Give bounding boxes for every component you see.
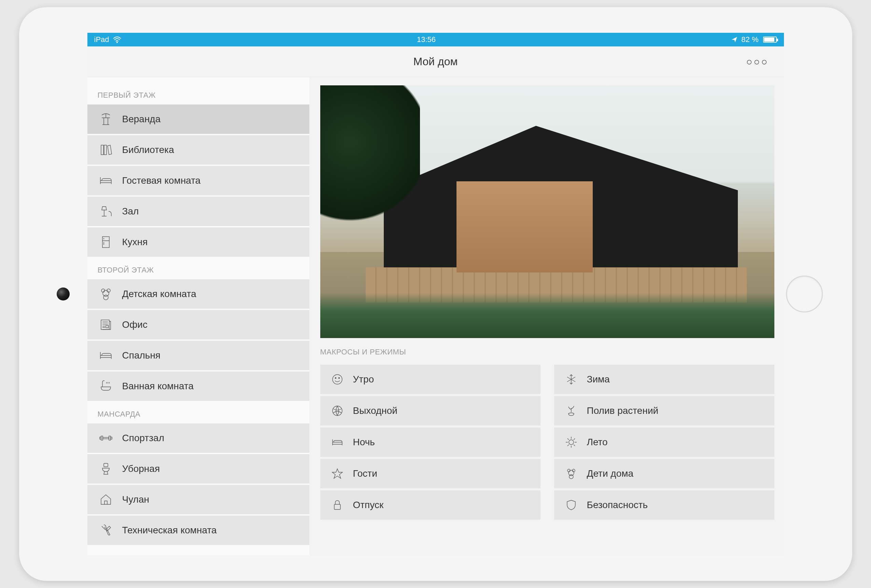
sidebar-item-label: Уборная: [122, 463, 160, 474]
sidebar-item-label: Детская комната: [122, 289, 196, 299]
snow-icon: [564, 372, 579, 387]
macro-winter[interactable]: Зима: [554, 365, 774, 394]
lamp-icon: [98, 203, 114, 220]
svg-rect-9: [106, 325, 108, 328]
macro-watering[interactable]: Полив растений: [554, 396, 774, 425]
device-label: iPad: [94, 35, 109, 44]
sidebar-item-label: Чулан: [122, 494, 149, 505]
veranda-icon: [98, 111, 114, 127]
macro-morning[interactable]: Утро: [320, 365, 540, 394]
sidebar-item-bedroom[interactable]: Спальня: [87, 341, 309, 370]
macro-weekend[interactable]: Выходной: [320, 396, 540, 425]
svg-point-24: [569, 474, 573, 479]
svg-point-16: [332, 375, 342, 384]
newspaper-icon: [98, 317, 114, 333]
sidebar-item-kitchen[interactable]: Кухня: [87, 227, 309, 257]
sidebar-section-header: ПЕРВЫЙ ЭТАЖ: [87, 83, 309, 105]
app-header: Мой дом ○○○: [87, 46, 784, 77]
svg-point-6: [103, 290, 109, 296]
macro-label: Лето: [587, 437, 608, 448]
macro-label: Полив растений: [587, 405, 658, 416]
wifi-icon: [113, 36, 121, 43]
svg-point-7: [103, 295, 108, 300]
teddy-icon: [98, 286, 114, 302]
macro-label: Гости: [353, 468, 377, 479]
sidebar-item-bathroom[interactable]: Ванная комната: [87, 371, 309, 401]
sidebar-item-label: Веранда: [122, 114, 161, 125]
macro-night[interactable]: Ночь: [320, 428, 540, 457]
sidebar-item-label: Спальня: [122, 350, 161, 361]
macro-label: Утро: [353, 374, 374, 385]
svg-rect-3: [102, 236, 109, 248]
svg-rect-15: [104, 463, 108, 467]
tablet-frame: iPad 13:56 82 % Мой дом ○○○: [19, 7, 852, 581]
status-time: 13:56: [417, 35, 436, 44]
sidebar-section-header: ВТОРОЙ ЭТАЖ: [87, 258, 309, 279]
macro-security[interactable]: Безопасность: [554, 490, 774, 520]
house-box-icon: [98, 491, 114, 508]
toilet-icon: [98, 461, 114, 477]
sidebar-item-hall[interactable]: Зал: [87, 197, 309, 226]
library-icon: [98, 142, 114, 158]
macro-label: Отпуск: [353, 500, 384, 510]
sidebar[interactable]: ПЕРВЫЙ ЭТАЖ Веранда Библиотека Гостевая …: [87, 77, 309, 555]
svg-point-20: [569, 440, 574, 444]
macros-section-header: МАКРОСЫ И РЕЖИМЫ: [320, 348, 774, 356]
svg-rect-25: [334, 504, 340, 509]
sidebar-item-technical-room[interactable]: Техническая комната: [87, 516, 309, 545]
sidebar-item-library[interactable]: Библиотека: [87, 135, 309, 165]
svg-rect-12: [103, 437, 109, 439]
shield-icon: [564, 498, 579, 513]
sidebar-item-restroom[interactable]: Уборная: [87, 454, 309, 483]
svg-rect-1: [101, 145, 103, 155]
svg-rect-10: [101, 436, 103, 440]
tools-icon: [98, 522, 114, 539]
lock-icon: [330, 498, 345, 513]
macro-summer[interactable]: Лето: [554, 428, 774, 457]
sidebar-item-guest-room[interactable]: Гостевая комната: [87, 166, 309, 195]
sidebar-item-veranda[interactable]: Веранда: [87, 105, 309, 134]
sidebar-item-label: Техническая комната: [122, 525, 217, 536]
battery-icon: [763, 36, 777, 43]
macro-guests[interactable]: Гости: [320, 459, 540, 488]
sidebar-item-storage[interactable]: Чулан: [87, 485, 309, 514]
house-image: [320, 85, 774, 338]
sidebar-section-header: МАНСАРДА: [87, 402, 309, 423]
sidebar-item-label: Кухня: [122, 236, 148, 248]
ball-icon: [330, 403, 345, 418]
sidebar-item-office[interactable]: Офис: [87, 310, 309, 340]
sun-icon: [564, 435, 579, 450]
sidebar-item-kids-room[interactable]: Детская комната: [87, 279, 309, 309]
svg-point-17: [335, 378, 336, 379]
bath-icon: [98, 378, 114, 394]
macro-vacation[interactable]: Отпуск: [320, 490, 540, 520]
sidebar-item-gym[interactable]: Спортзал: [87, 423, 309, 453]
main-panel: МАКРОСЫ И РЕЖИМЫ Утро Зима Выходной: [309, 77, 784, 555]
plant-icon: [564, 403, 579, 418]
status-bar: iPad 13:56 82 %: [87, 33, 784, 46]
fridge-icon: [98, 234, 114, 250]
location-icon: [731, 36, 738, 43]
svg-point-18: [338, 378, 340, 379]
bed-icon: [98, 347, 114, 364]
more-button[interactable]: ○○○: [746, 56, 769, 67]
macro-kids-home[interactable]: Дети дома: [554, 459, 774, 488]
bed-icon: [330, 435, 345, 450]
home-button[interactable]: [786, 275, 823, 313]
teddy-icon: [564, 466, 579, 481]
svg-rect-13: [100, 437, 101, 439]
svg-point-19: [332, 406, 342, 416]
macro-label: Дети дома: [587, 468, 634, 479]
screen: iPad 13:56 82 % Мой дом ○○○: [87, 33, 784, 555]
dumbbell-icon: [98, 430, 114, 446]
svg-point-0: [117, 42, 118, 43]
svg-rect-8: [101, 320, 109, 329]
sidebar-item-label: Ванная комната: [122, 381, 194, 392]
sidebar-item-label: Гостевая комната: [122, 175, 201, 186]
macro-label: Ночь: [353, 437, 375, 448]
sidebar-item-label: Офис: [122, 319, 148, 330]
sidebar-item-label: Библиотека: [122, 144, 174, 156]
content: ПЕРВЫЙ ЭТАЖ Веранда Библиотека Гостевая …: [87, 77, 784, 555]
macros-grid: Утро Зима Выходной Полив растений: [320, 365, 774, 520]
star-icon: [330, 466, 345, 481]
